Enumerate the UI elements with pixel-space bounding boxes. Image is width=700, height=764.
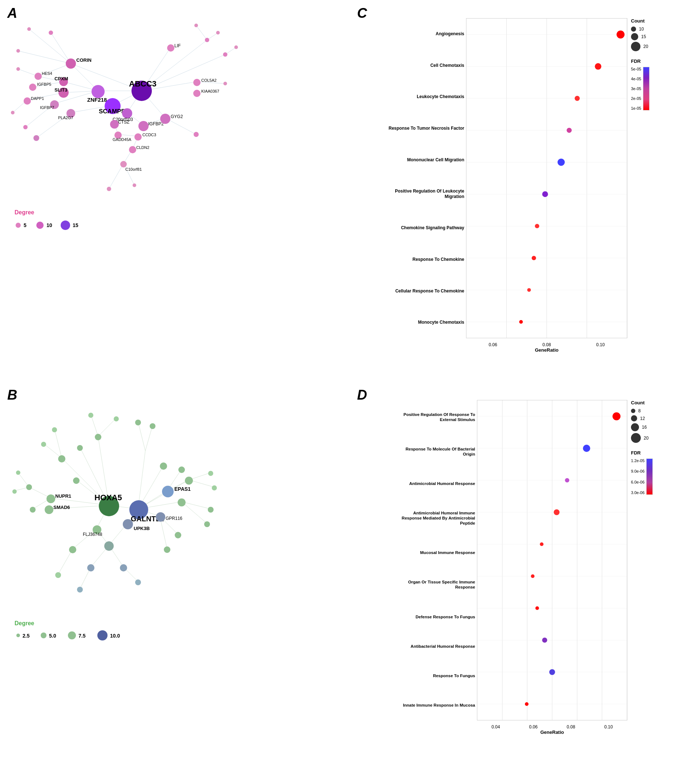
d-x-tick-3: 0.10 bbox=[604, 725, 613, 730]
svg-point-98 bbox=[193, 90, 200, 97]
svg-point-226 bbox=[527, 288, 531, 292]
c-count-dot-20 bbox=[631, 42, 640, 51]
c-y-label-1: Cell Chemotaxis bbox=[364, 63, 464, 68]
svg-text:5: 5 bbox=[23, 222, 27, 228]
c-y-label-8: Cellular Response To Chemokine bbox=[364, 288, 464, 294]
d-x-label: GeneRatio bbox=[477, 730, 627, 735]
d-count-dot-20 bbox=[631, 433, 641, 443]
svg-point-163 bbox=[179, 467, 185, 473]
svg-point-179 bbox=[47, 495, 55, 503]
svg-point-96 bbox=[193, 79, 200, 86]
svg-line-133 bbox=[44, 443, 62, 458]
svg-text:CORIN: CORIN bbox=[76, 57, 92, 63]
svg-point-223 bbox=[542, 191, 548, 197]
d-y-label-8: Response To Fungus bbox=[364, 673, 475, 679]
svg-text:15: 15 bbox=[73, 222, 78, 228]
svg-point-166 bbox=[212, 485, 217, 490]
svg-text:CPXM: CPXM bbox=[55, 76, 68, 81]
d-count-dot-8 bbox=[631, 409, 635, 413]
svg-point-173 bbox=[87, 564, 94, 571]
svg-point-60 bbox=[29, 83, 36, 91]
svg-point-151 bbox=[13, 489, 17, 494]
d-x-tick-2: 0.08 bbox=[567, 725, 575, 730]
network-a-svg: CORIN HES4 IGFBP5 DAPP1 CPXM SLIT3 IGFBP… bbox=[7, 11, 334, 352]
svg-text:UPK3B: UPK3B bbox=[134, 526, 150, 531]
d-y-label-4: Mucosal Immune Response bbox=[364, 550, 475, 556]
svg-text:Degree: Degree bbox=[14, 620, 34, 626]
c-count-label-15: 15 bbox=[641, 34, 646, 39]
c-y-label-5: Positive Regulation Of LeukocyteMigratio… bbox=[364, 189, 464, 199]
svg-point-43 bbox=[194, 23, 198, 27]
d-count-label-8: 8 bbox=[638, 409, 641, 413]
svg-point-161 bbox=[150, 423, 155, 429]
svg-point-86 bbox=[129, 146, 136, 153]
svg-point-165 bbox=[208, 471, 213, 476]
svg-text:CTSZ: CTSZ bbox=[118, 119, 129, 125]
d-y-label-2: Antimicrobial Humoral Response bbox=[364, 481, 475, 487]
svg-point-150 bbox=[16, 470, 20, 475]
d-y-label-9: Innate Immune Response In Mucosa bbox=[364, 703, 475, 708]
svg-text:2.5: 2.5 bbox=[22, 633, 30, 639]
svg-point-58 bbox=[34, 73, 42, 80]
svg-point-94 bbox=[167, 44, 174, 52]
d-y-label-0: Positive Regulation Of Response ToExtern… bbox=[364, 412, 475, 423]
svg-point-220 bbox=[575, 96, 580, 101]
svg-point-251 bbox=[542, 637, 547, 643]
svg-point-84 bbox=[135, 133, 142, 141]
c-count-dot-15 bbox=[631, 33, 638, 40]
svg-text:IGFBP5: IGFBP5 bbox=[37, 82, 51, 86]
svg-line-137 bbox=[138, 422, 145, 451]
svg-text:FLJ36748: FLJ36748 bbox=[83, 532, 102, 537]
svg-point-169 bbox=[204, 521, 210, 527]
svg-point-245 bbox=[583, 445, 590, 452]
c-y-label-4: Mononuclear Cell Migration bbox=[364, 157, 464, 163]
d-count-label-16: 16 bbox=[642, 425, 647, 430]
svg-point-42 bbox=[216, 31, 220, 34]
svg-point-253 bbox=[525, 702, 529, 706]
svg-text:GPR116: GPR116 bbox=[166, 516, 182, 521]
c-fdr-legend: 5e-05 4e-05 3e-05 2e-05 1e-05 bbox=[631, 67, 693, 110]
svg-point-56 bbox=[66, 58, 76, 69]
svg-point-101 bbox=[16, 223, 21, 228]
svg-point-178 bbox=[55, 572, 61, 578]
d-legend-count-title: Count bbox=[631, 400, 693, 405]
c-x-tick-1: 0.08 bbox=[542, 342, 551, 347]
svg-text:C10orf81: C10orf81 bbox=[125, 167, 142, 171]
svg-point-227 bbox=[519, 320, 523, 324]
svg-point-168 bbox=[208, 507, 214, 513]
svg-point-156 bbox=[41, 442, 46, 447]
d-count-label-12: 12 bbox=[640, 416, 645, 421]
svg-text:Degree: Degree bbox=[14, 209, 34, 215]
c-x-label: GeneRatio bbox=[466, 347, 627, 353]
svg-point-218 bbox=[617, 31, 625, 39]
svg-point-175 bbox=[77, 587, 83, 593]
c-legend-fdr-title: FDR bbox=[631, 58, 693, 64]
c-legend-count-title: Count bbox=[631, 18, 693, 23]
svg-point-41 bbox=[223, 52, 227, 57]
svg-point-157 bbox=[52, 427, 57, 432]
svg-point-158 bbox=[88, 413, 93, 418]
svg-text:PLA2G7: PLA2G7 bbox=[58, 116, 74, 120]
svg-point-72 bbox=[92, 85, 105, 98]
svg-point-177 bbox=[69, 546, 76, 553]
svg-point-200 bbox=[68, 631, 76, 639]
svg-point-247 bbox=[554, 509, 559, 515]
svg-point-55 bbox=[223, 82, 227, 85]
d-count-dot-16 bbox=[631, 423, 639, 431]
svg-point-154 bbox=[77, 445, 83, 451]
d-count-label-20: 20 bbox=[644, 435, 648, 441]
c-y-label-0: Angiogenesis bbox=[364, 31, 464, 36]
c-y-label-9: Monocyte Chemotaxis bbox=[364, 320, 464, 325]
panel-c-legend: Count 10 15 20 FDR 5e-05 4e-05 3e-05 2e-… bbox=[631, 18, 693, 110]
d-legend-fdr-title: FDR bbox=[631, 450, 693, 456]
d-y-label-1: Response To Molecule Of BacterialOrigin bbox=[364, 447, 475, 457]
svg-text:DAPP1: DAPP1 bbox=[31, 96, 44, 101]
svg-point-202 bbox=[97, 630, 108, 640]
panel-c: C bbox=[350, 0, 700, 382]
svg-text:EPAS1: EPAS1 bbox=[174, 486, 191, 492]
svg-point-159 bbox=[114, 416, 119, 421]
d-x-tick-1: 0.06 bbox=[529, 725, 538, 730]
svg-point-53 bbox=[133, 183, 136, 187]
svg-point-155 bbox=[95, 434, 101, 440]
svg-point-248 bbox=[540, 542, 543, 546]
